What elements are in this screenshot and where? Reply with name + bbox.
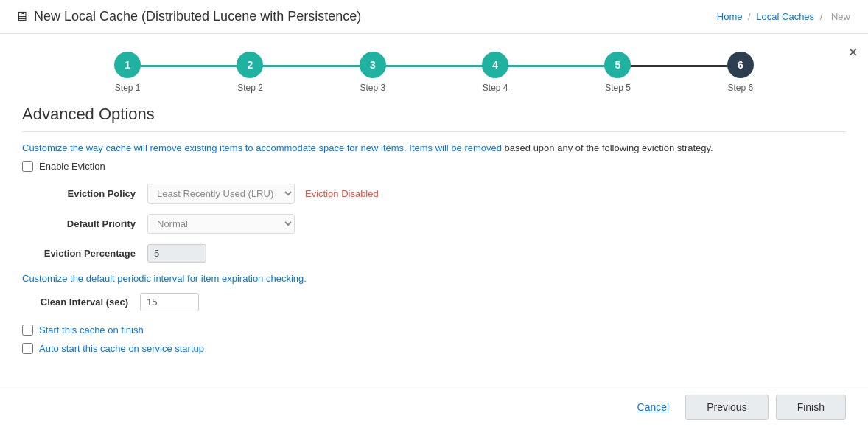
- step-circle-1: 1: [114, 52, 141, 78]
- step-item-4: 4 Step 4: [434, 52, 556, 93]
- clean-interval-input[interactable]: 15: [140, 293, 199, 311]
- desc-removed: removed: [464, 142, 502, 153]
- section-title: Advanced Options: [22, 105, 846, 132]
- default-priority-select[interactable]: Normal High Low: [147, 214, 295, 234]
- monitor-icon: 🖥: [15, 9, 28, 24]
- auto-start-label[interactable]: Auto start this cache on service startup: [39, 343, 204, 354]
- breadcrumb-current: New: [831, 11, 850, 22]
- step-label-4: Step 4: [483, 83, 508, 93]
- step-circle-3: 3: [360, 52, 386, 78]
- form-section: Eviction Policy Least Recently Used (LRU…: [22, 184, 846, 263]
- breadcrumb-separator1: /: [748, 11, 751, 22]
- clean-desc-expiration: expiration: [222, 273, 263, 284]
- eviction-percentage-row: Eviction Percentage 5: [29, 244, 846, 263]
- enable-eviction-label[interactable]: Enable Eviction: [39, 161, 105, 172]
- step-label-5: Step 5: [605, 83, 631, 93]
- step-circle-4: 4: [482, 52, 508, 78]
- auto-start-row: Auto start this cache on service startup: [22, 343, 846, 354]
- start-cache-label[interactable]: Start this cache on finish: [39, 325, 144, 336]
- step-label-1: Step 1: [115, 83, 141, 93]
- eviction-percentage-label: Eviction Percentage: [29, 248, 147, 259]
- start-cache-row: Start this cache on finish: [22, 325, 846, 336]
- footer-bar: Cancel Previous Finish: [0, 384, 868, 430]
- clean-desc-periodic: periodic interval for item: [115, 273, 222, 284]
- step-circle-5: 5: [604, 52, 631, 78]
- default-priority-label: Default Priority: [29, 218, 147, 229]
- page-title: New Local Cache (Distributed Lucene with…: [34, 9, 361, 24]
- enable-eviction-checkbox[interactable]: [22, 161, 33, 172]
- step-circle-2: 2: [237, 52, 263, 78]
- eviction-disabled-text: Eviction Disabled: [305, 188, 379, 199]
- eviction-description: Customize the way cache will remove exis…: [22, 142, 846, 153]
- step-label-2: Step 2: [237, 83, 263, 93]
- page-wrapper: 🖥 New Local Cache (Distributed Lucene wi…: [0, 0, 868, 430]
- main-content: × 1 Step 1 2 Step 2 3 Step 3: [0, 34, 868, 384]
- desc-part3: based upon any of the following eviction…: [502, 142, 713, 153]
- breadcrumb-local-caches[interactable]: Local Caches: [756, 11, 814, 22]
- clean-desc-customize: Customize the: [22, 273, 86, 284]
- step-item-3: 3 Step 3: [312, 52, 434, 93]
- eviction-percentage-input[interactable]: 5: [147, 244, 206, 263]
- step-item-5: 5 Step 5: [556, 52, 679, 93]
- eviction-policy-label: Eviction Policy: [29, 188, 147, 199]
- header: 🖥 New Local Cache (Distributed Lucene wi…: [0, 0, 868, 34]
- desc-part1: Customize the way cache will: [22, 142, 150, 153]
- step-circle-6: 6: [727, 52, 754, 78]
- auto-start-checkbox[interactable]: [22, 343, 33, 354]
- breadcrumb-home[interactable]: Home: [717, 11, 743, 22]
- finish-button[interactable]: Finish: [776, 395, 846, 420]
- step-label-6: Step 6: [727, 83, 753, 93]
- enable-eviction-row: Enable Eviction: [22, 161, 846, 172]
- eviction-policy-row: Eviction Policy Least Recently Used (LRU…: [29, 184, 846, 204]
- breadcrumb: Home / Local Caches / New: [717, 11, 853, 22]
- desc-part2: existing items to accommodate space for …: [182, 142, 465, 153]
- clean-interval-description: Customize the default periodic interval …: [22, 273, 846, 284]
- cancel-button[interactable]: Cancel: [629, 397, 679, 417]
- start-cache-checkbox[interactable]: [22, 325, 33, 336]
- clean-interval-row: Clean Interval (sec) 15: [22, 293, 846, 311]
- eviction-policy-select[interactable]: Least Recently Used (LRU) Least Frequent…: [147, 184, 295, 204]
- header-title: 🖥 New Local Cache (Distributed Lucene wi…: [15, 9, 361, 24]
- step-item-6: 6 Step 6: [679, 52, 802, 93]
- clean-desc-default: default: [86, 273, 115, 284]
- step-item-2: 2 Step 2: [189, 52, 311, 93]
- breadcrumb-separator2: /: [820, 11, 823, 22]
- footer-checkboxes: Start this cache on finish Auto start th…: [22, 325, 846, 354]
- close-button[interactable]: ×: [848, 44, 858, 60]
- step-label-3: Step 3: [360, 83, 385, 93]
- previous-button[interactable]: Previous: [685, 395, 768, 420]
- desc-remove: remove: [150, 142, 181, 153]
- step-item-1: 1 Step 1: [66, 52, 189, 93]
- stepper: 1 Step 1 2 Step 2 3 Step 3 4 Step 4: [22, 34, 846, 105]
- default-priority-row: Default Priority Normal High Low: [29, 214, 846, 234]
- clean-desc-checking: checking.: [263, 273, 307, 284]
- clean-interval-label: Clean Interval (sec): [22, 297, 140, 308]
